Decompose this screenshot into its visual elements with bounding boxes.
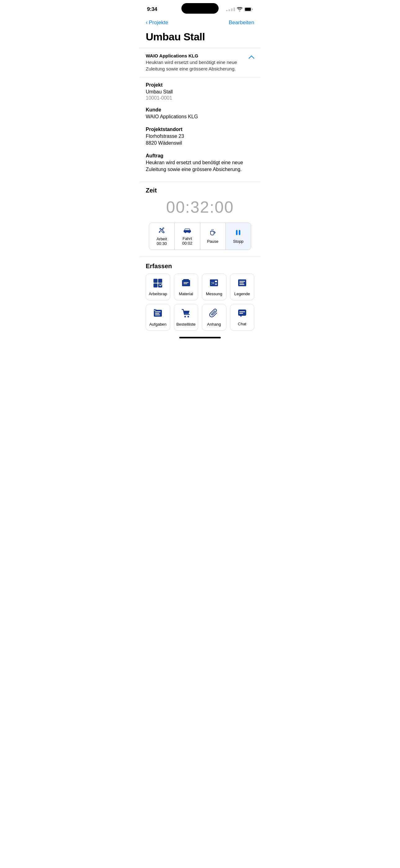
erfassen-item-anhang[interactable]: Anhang [202,304,226,331]
messung-label: Messung [204,291,224,296]
timer-display: 00:32:00 [146,198,254,216]
info-card-description: Heukran wird ersetzt und benötigt eine n… [146,59,245,72]
svg-rect-30 [238,310,246,316]
page-title: Umbau Stall [139,30,261,48]
detail-auftrag: Auftrag Heukran wird ersetzt und benötig… [146,153,254,173]
auftrag-text: Heukran wird ersetzt und benötigt eine n… [146,159,254,173]
coffee-icon [209,229,216,238]
timer-btn-fahrt[interactable]: Fahrt 00:02 [174,223,200,250]
status-bar: 9:34 [139,0,261,17]
anhang-label: Anhang [204,322,224,327]
erfassen-item-arbeitsrap[interactable]: Arbeitsrap [146,274,170,300]
auftrag-label: Auftrag [146,153,254,159]
pause-label: Pause [207,239,219,244]
status-icons [226,7,253,11]
zeit-label: Zeit [146,187,254,194]
timer-btn-arbeit[interactable]: Arbeit 00:30 [149,223,174,250]
svg-rect-1 [245,8,251,11]
svg-rect-9 [154,279,158,283]
svg-rect-7 [236,230,237,235]
messung-icon: := [209,278,219,290]
erfassen-item-chat[interactable]: Chat [230,304,255,331]
timer-btn-stopp[interactable]: Stopp [226,223,251,250]
svg-rect-18 [215,283,217,285]
standort-line2: 8820 Wädenswil [146,140,254,147]
aufgaben-icon [153,309,163,320]
svg-rect-24 [155,311,161,312]
timer-buttons: Arbeit 00:30 Fahrt 00:02 [149,223,251,250]
notch [181,3,219,14]
svg-rect-8 [239,230,240,235]
svg-point-28 [184,316,186,318]
erfassen-item-messung[interactable]: := Messung [202,274,226,300]
svg-point-29 [187,316,189,318]
svg-rect-3 [184,230,191,232]
legende-label: Legende [232,291,253,296]
erfassen-item-bestellliste[interactable]: Bestellliste [174,304,198,331]
wifi-icon [237,7,242,11]
erfassen-label: Erfassen [146,262,254,270]
signal-icon [226,7,235,11]
svg-rect-25 [155,313,159,314]
car-icon [183,227,191,235]
timer-btn-pause[interactable]: Pause [200,223,226,250]
detail-kunde: Kunde WAIO Applications KLG [146,107,254,120]
svg-point-2 [159,231,160,233]
projekt-label: Projekt [146,82,254,88]
arbeitsrap-icon [153,278,163,290]
svg-rect-21 [239,282,244,283]
fahrt-time: 00:02 [182,241,193,246]
aufgaben-label: Aufgaben [148,322,168,327]
erfassen-grid: Arbeitsrap Material := [146,274,254,331]
svg-rect-31 [239,311,245,312]
svg-rect-14 [183,279,189,281]
projekt-name: Umbau Stall [146,89,254,95]
material-icon [181,278,191,290]
svg-rect-13 [182,280,190,286]
kunde-label: Kunde [146,107,254,113]
chevron-up-icon[interactable] [249,53,254,60]
svg-rect-22 [239,284,244,285]
svg-rect-10 [158,279,162,283]
chat-icon [237,309,247,320]
arbeit-label: Arbeit [157,237,167,241]
svg-rect-11 [154,283,158,287]
stopp-label: Stopp [233,239,243,244]
tools-icon [158,227,166,235]
svg-rect-26 [155,314,160,315]
standort-line1: Florhofstrasse 23 [146,133,254,140]
details-section: Projekt Umbau Stall 10001-0001 Kunde WAI… [139,77,261,182]
erfassen-section: Erfassen Arbeitsrap [139,256,261,334]
standort-label: Projektstandort [146,127,254,132]
back-button[interactable]: ‹ Projekte [146,19,168,26]
erfassen-item-aufgaben[interactable]: Aufgaben [146,304,170,331]
arbeit-time: 00:30 [157,241,167,246]
battery-icon [244,7,253,11]
pause-icon [235,229,241,238]
erfassen-item-legende[interactable]: Legende [230,274,255,300]
erfassen-item-material[interactable]: Material [174,274,198,300]
svg-rect-20 [239,281,245,282]
info-card: WAIO Applications KLG Heukran wird erset… [139,48,261,77]
arbeitsrap-label: Arbeitsrap [148,291,168,296]
home-bar [179,337,221,338]
bestellliste-icon [181,309,191,320]
status-time: 9:34 [147,6,157,12]
detail-projekt: Projekt Umbau Stall 10001-0001 [146,82,254,101]
home-indicator [139,334,261,341]
detail-standort: Projektstandort Florhofstrasse 23 8820 W… [146,127,254,147]
svg-rect-17 [215,281,217,282]
kunde-name: WAIO Applications KLG [146,113,254,120]
material-label: Material [176,291,196,296]
bestellliste-label: Bestellliste [176,322,196,327]
svg-rect-32 [239,313,243,314]
legende-icon [237,278,247,290]
anhang-icon [209,309,219,320]
chat-label: Chat [232,321,253,326]
svg-text::=: := [211,281,214,285]
back-label: Projekte [149,20,168,26]
projekt-id: 10001-0001 [146,95,254,101]
nav-bar: ‹ Projekte Bearbeiten [139,17,261,30]
chevron-left-icon: ‹ [146,19,147,26]
edit-button[interactable]: Bearbeiten [229,20,254,26]
